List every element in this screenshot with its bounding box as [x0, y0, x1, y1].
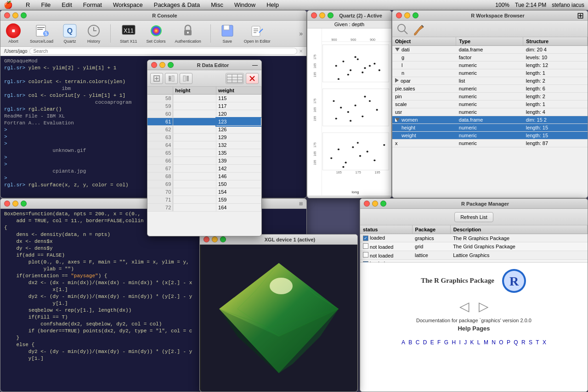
pkg-checkbox-lattice[interactable]: [363, 252, 368, 258]
pkg-link-e[interactable]: E: [430, 339, 434, 346]
de-row-69[interactable]: 69 150: [147, 180, 261, 188]
pkg-link-c[interactable]: C: [416, 339, 420, 346]
menu-format[interactable]: Format: [81, 1, 104, 8]
de-cell-height-63[interactable]: [173, 134, 216, 141]
de-cell-height-61[interactable]: [173, 118, 216, 126]
pkg-name-lattice[interactable]: lattice: [412, 251, 450, 260]
pkg-link-a[interactable]: A: [401, 339, 405, 346]
pkg-row-lattice[interactable]: not loaded lattice Lattice Graphics: [360, 251, 588, 260]
pkg-link-q[interactable]: Q: [514, 339, 518, 346]
de-row-62[interactable]: 62 126: [147, 126, 261, 134]
de-row-71[interactable]: 71 159: [147, 196, 261, 204]
de-cell-weight-63[interactable]: 129: [216, 134, 261, 141]
pkg-max[interactable]: [380, 201, 386, 207]
de-collapse-icon[interactable]: —: [252, 62, 258, 68]
menu-help[interactable]: Help: [265, 1, 281, 8]
pkg-link-d[interactable]: D: [423, 339, 427, 346]
ws-row-opar[interactable]: opar list length: 2: [392, 77, 588, 85]
de-row-61[interactable]: 61 123: [147, 118, 261, 126]
pkg-link-h[interactable]: H: [452, 339, 456, 346]
set-colors-button[interactable]: Set Colors: [145, 22, 168, 45]
pkg-link-s[interactable]: S: [529, 339, 532, 346]
pkg-link-j[interactable]: J: [464, 339, 467, 346]
pkg-close[interactable]: [364, 201, 370, 207]
de-cell-height-67[interactable]: [173, 165, 216, 173]
quartz-button[interactable]: Q Quartz: [61, 22, 79, 45]
de-cell-height-68[interactable]: [173, 173, 216, 180]
pkg-min[interactable]: [372, 201, 378, 207]
pkg-link-k[interactable]: K: [470, 339, 474, 346]
de-cell-height-59[interactable]: [173, 102, 216, 110]
de-row-67[interactable]: 67 142: [147, 165, 261, 173]
de-cell-weight-60[interactable]: 120: [216, 110, 261, 118]
search-clear-icon[interactable]: ✕: [299, 49, 303, 54]
ws-row-pie-sales[interactable]: pie.sales numeric length: 6: [392, 85, 588, 93]
expand-icon[interactable]: ⊞: [577, 11, 584, 21]
de-table-icon[interactable]: [226, 73, 244, 84]
brush-icon[interactable]: [413, 22, 425, 35]
de-cell-weight-66[interactable]: 139: [216, 157, 261, 165]
de-col-height[interactable]: height: [173, 87, 216, 95]
save-button[interactable]: Save: [218, 22, 237, 45]
ws-row-dati[interactable]: dati data.frame dim: 20 4: [392, 46, 588, 54]
de-row-65[interactable]: 65 135: [147, 149, 261, 157]
pkg-checkbox-graphics[interactable]: ✓: [363, 235, 368, 241]
ws-row-g[interactable]: g factor levels: 10: [392, 54, 588, 62]
de-add-row-button[interactable]: [150, 73, 163, 84]
workspace-min[interactable]: [404, 12, 410, 18]
rgl-close[interactable]: [204, 236, 209, 242]
de-cell-weight-67[interactable]: 142: [216, 165, 261, 173]
ws-row-l[interactable]: l numeric length: 12: [392, 62, 588, 69]
pkg-link-r[interactable]: R: [521, 339, 526, 346]
de-cell-weight-72[interactable]: 164: [216, 204, 261, 212]
de-row-72[interactable]: 72 164: [147, 204, 261, 212]
de-cell-height-72[interactable]: [173, 204, 216, 212]
quartz-max[interactable]: [328, 12, 334, 18]
workspace-table-container[interactable]: Object Type Structure dati data.frame di…: [392, 37, 588, 198]
maximize-button-bottom[interactable]: [21, 201, 27, 207]
pkg-link-b[interactable]: B: [408, 339, 412, 346]
ws-row-usr[interactable]: usr numeric length: 4: [392, 108, 588, 116]
resize-handle[interactable]: ⊞: [299, 201, 303, 206]
de-close[interactable]: [151, 62, 157, 68]
pkg-link-g[interactable]: G: [444, 339, 448, 346]
pkg-checkbox-grid[interactable]: [363, 243, 368, 249]
console-search-input[interactable]: [29, 48, 297, 55]
source-load-button[interactable]: S Source/Load: [28, 22, 55, 45]
de-max[interactable]: [168, 62, 174, 68]
workspace-max[interactable]: [413, 12, 418, 18]
apple-menu[interactable]: 🍎: [4, 0, 13, 9]
de-cell-weight-59[interactable]: 117: [216, 102, 261, 110]
de-row-64[interactable]: 64 132: [147, 141, 261, 149]
maximize-button[interactable]: [21, 12, 27, 18]
de-cell-height-60[interactable]: [173, 110, 216, 118]
col-type[interactable]: Type: [456, 37, 523, 46]
rgl-max[interactable]: [220, 236, 226, 242]
pkg-link-i[interactable]: I: [459, 339, 460, 346]
de-cell-weight-71[interactable]: 159: [216, 196, 261, 204]
rgl-min[interactable]: [212, 236, 218, 242]
pkg-nav-back-icon[interactable]: ◁: [459, 299, 469, 314]
de-min[interactable]: [159, 62, 165, 68]
de-cell-height-70[interactable]: [173, 188, 216, 196]
authentication-button[interactable]: Authentication: [173, 22, 203, 45]
pkg-link-x[interactable]: X: [543, 339, 546, 346]
pkg-table-container[interactable]: status Package Description ✓ loaded grap…: [360, 225, 588, 262]
menu-misc[interactable]: Misc: [209, 1, 225, 8]
data-editor-content[interactable]: height weight 58 115 59 117 60: [147, 87, 261, 236]
menu-workspace[interactable]: Workspace: [111, 1, 145, 8]
de-cell-height-65[interactable]: [173, 149, 216, 157]
de-col-left-button[interactable]: [165, 73, 178, 84]
de-cell-height-66[interactable]: [173, 157, 216, 165]
de-cell-height-64[interactable]: [173, 141, 216, 149]
pkg-link-f[interactable]: F: [437, 339, 441, 346]
pkg-link-m[interactable]: M: [484, 339, 488, 346]
toolbar-overflow[interactable]: »: [299, 30, 303, 37]
pkg-col-description[interactable]: Description: [450, 225, 587, 234]
de-row-58[interactable]: 58 115: [147, 95, 261, 102]
pkg-row-graphics[interactable]: ✓ loaded graphics The R Graphics Package: [360, 234, 588, 242]
menu-file[interactable]: File: [39, 1, 52, 8]
de-cell-weight-61[interactable]: 123: [216, 118, 261, 126]
open-in-editor-button[interactable]: Open In Editor: [242, 22, 272, 45]
de-cell-weight-68[interactable]: 146: [216, 173, 261, 180]
